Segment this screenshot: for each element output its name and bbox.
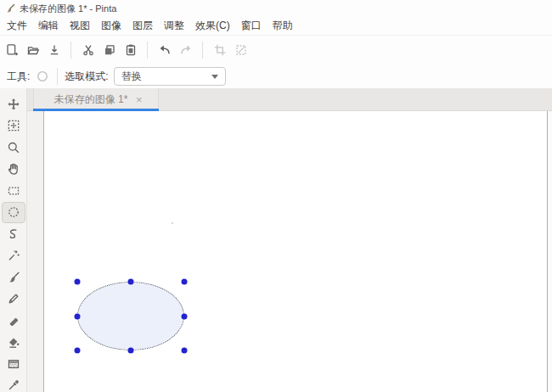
tool-move-selection[interactable] bbox=[2, 93, 25, 115]
tool-rectangle-select[interactable] bbox=[2, 180, 25, 202]
tool-lasso-select[interactable] bbox=[2, 223, 25, 245]
title-bar: 未保存的图像 1* - Pinta bbox=[0, 0, 552, 17]
magic-wand-icon bbox=[7, 249, 20, 262]
tab-strip: 未保存的图像 1* × bbox=[27, 88, 552, 111]
document-tab[interactable]: 未保存的图像 1* × bbox=[33, 88, 159, 110]
tool-pencil[interactable] bbox=[2, 288, 25, 311]
redo-icon bbox=[179, 43, 193, 57]
menu-help[interactable]: 帮助 bbox=[268, 16, 297, 36]
crop-icon bbox=[213, 43, 227, 57]
selection-handle-sw[interactable] bbox=[75, 348, 81, 354]
eraser-icon bbox=[7, 314, 20, 328]
menu-file[interactable]: 文件 bbox=[3, 16, 31, 36]
tool-magic-wand[interactable] bbox=[2, 245, 25, 267]
selection-handle-ne[interactable] bbox=[182, 279, 188, 285]
tool-eraser[interactable] bbox=[2, 310, 25, 332]
lasso-select-icon bbox=[7, 227, 20, 241]
save-button[interactable] bbox=[43, 39, 65, 61]
copy-icon bbox=[103, 43, 116, 57]
ellipse-selection[interactable] bbox=[77, 282, 184, 350]
menu-image[interactable]: 图像 bbox=[97, 16, 126, 36]
selection-handle-w[interactable] bbox=[75, 313, 81, 319]
paste-button[interactable] bbox=[120, 39, 141, 61]
options-separator bbox=[57, 68, 58, 85]
cut-button[interactable] bbox=[77, 39, 99, 61]
copy-button[interactable] bbox=[99, 39, 120, 61]
menu-layers[interactable]: 图层 bbox=[128, 16, 157, 36]
tool-gradient[interactable] bbox=[2, 353, 25, 375]
zoom-icon bbox=[7, 141, 20, 154]
tool-palette bbox=[0, 88, 27, 392]
undo-icon bbox=[158, 43, 172, 57]
selection-handle-n[interactable] bbox=[128, 279, 134, 285]
dropdown-arrow-icon bbox=[211, 75, 218, 79]
tool-paintbrush[interactable] bbox=[2, 266, 25, 288]
move-selection-icon bbox=[7, 98, 20, 111]
selection-mode-value: 替换 bbox=[121, 70, 142, 84]
selection-handle-nw[interactable] bbox=[75, 279, 81, 285]
menu-view[interactable]: 视图 bbox=[65, 16, 94, 36]
tool-paint-bucket[interactable] bbox=[2, 332, 25, 354]
pan-hand-icon bbox=[7, 162, 20, 176]
menu-bar: 文件 编辑 视图 图像 图层 调整 效果(C) 窗口 帮助 bbox=[0, 17, 552, 36]
open-image-icon bbox=[26, 43, 40, 57]
image-canvas[interactable] bbox=[43, 111, 547, 392]
selection-handle-s[interactable] bbox=[128, 348, 134, 354]
ellipse-select-icon bbox=[7, 205, 20, 219]
pinta-logo-icon bbox=[5, 3, 15, 14]
open-image-button[interactable] bbox=[22, 39, 43, 61]
content-area: 未保存的图像 1* × bbox=[0, 88, 552, 392]
selection-handle-se[interactable] bbox=[182, 348, 188, 354]
pencil-icon bbox=[7, 292, 20, 305]
paintbrush-icon bbox=[7, 271, 20, 284]
tab-close-icon[interactable]: × bbox=[136, 93, 158, 106]
selection-handle-e[interactable] bbox=[182, 313, 188, 319]
selection-mode-dropdown[interactable]: 替换 bbox=[114, 67, 226, 86]
redo-button[interactable] bbox=[175, 39, 196, 61]
canvas-viewport[interactable] bbox=[27, 111, 552, 392]
tool-move-selected-pixels[interactable] bbox=[2, 115, 25, 137]
new-image-button[interactable] bbox=[1, 39, 22, 61]
cut-icon bbox=[82, 43, 95, 57]
tool-pan[interactable] bbox=[2, 159, 25, 181]
deselect-all-button[interactable] bbox=[230, 39, 251, 61]
document-area: 未保存的图像 1* × bbox=[27, 88, 552, 392]
tool-ellipse-select[interactable] bbox=[2, 202, 25, 224]
undo-button[interactable] bbox=[154, 39, 175, 61]
toolbar-separator bbox=[202, 42, 203, 59]
gradient-icon bbox=[7, 357, 20, 371]
toolbar-separator bbox=[147, 42, 148, 59]
tool-label: 工具: bbox=[7, 70, 30, 84]
window-title: 未保存的图像 1* - Pinta bbox=[20, 3, 116, 15]
menu-edit[interactable]: 编辑 bbox=[34, 16, 63, 36]
color-picker-icon bbox=[7, 378, 20, 392]
menu-window[interactable]: 窗口 bbox=[237, 16, 266, 36]
rectangle-select-icon bbox=[7, 184, 20, 198]
paste-icon bbox=[124, 43, 138, 57]
tab-label: 未保存的图像 1* bbox=[34, 92, 136, 107]
tool-zoom[interactable] bbox=[2, 137, 25, 159]
move-selected-pixels-icon bbox=[7, 119, 20, 132]
ellipse-select-icon bbox=[35, 69, 50, 84]
crop-to-selection-button[interactable] bbox=[209, 39, 230, 61]
toolbar-separator bbox=[70, 42, 71, 59]
new-image-icon bbox=[5, 43, 19, 57]
save-icon bbox=[48, 43, 61, 57]
deselect-icon bbox=[234, 43, 248, 57]
vertical-scrollbar[interactable] bbox=[547, 111, 552, 392]
menu-effects[interactable]: 效果(C) bbox=[191, 16, 234, 36]
tool-options-bar: 工具: 选取模式: 替换 bbox=[0, 64, 552, 88]
menu-adjustments[interactable]: 调整 bbox=[160, 16, 189, 36]
tool-color-picker[interactable] bbox=[2, 375, 25, 392]
canvas-artifact bbox=[172, 222, 173, 224]
paint-bucket-icon bbox=[7, 335, 20, 349]
main-toolbar bbox=[0, 36, 552, 64]
selection-mode-label: 选取模式: bbox=[65, 70, 108, 84]
